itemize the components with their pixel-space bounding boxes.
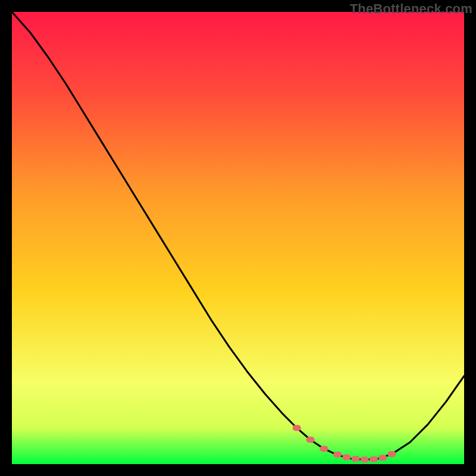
- marker-dot: [306, 437, 315, 443]
- marker-dot: [293, 425, 301, 431]
- marker-dot: [369, 456, 378, 462]
- marker-dot: [361, 456, 369, 462]
- gradient-background: [12, 12, 464, 464]
- bottleneck-chart: [12, 12, 464, 464]
- marker-dot: [387, 451, 396, 457]
- marker-dot: [342, 455, 350, 461]
- watermark-text: TheBottleneck.com: [350, 1, 472, 17]
- marker-dot: [320, 446, 328, 452]
- marker-dot: [378, 455, 387, 461]
- marker-dot: [333, 452, 342, 458]
- marker-dot: [352, 456, 360, 462]
